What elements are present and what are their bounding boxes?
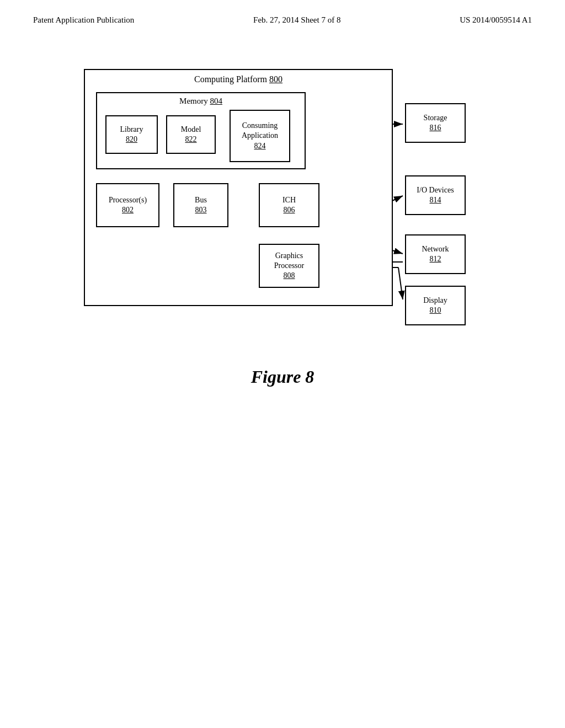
- memory-box: Memory 804 Library 820 Model 822 Consumi…: [96, 92, 306, 169]
- consuming-box: ConsumingApplication 824: [230, 110, 290, 162]
- platform-number: 800: [269, 74, 282, 84]
- consuming-number: 824: [254, 141, 266, 151]
- display-label: Display: [423, 296, 447, 306]
- network-number: 812: [430, 254, 441, 264]
- svg-line-14: [398, 267, 403, 299]
- network-box: Network 812: [405, 234, 466, 274]
- display-number: 810: [430, 306, 441, 315]
- diagram: Computing Platform 800 Memory 804 Librar…: [67, 69, 498, 334]
- bus-box: Bus 803: [173, 183, 228, 227]
- library-box: Library 820: [105, 115, 158, 154]
- header-left: Patent Application Publication: [33, 15, 134, 25]
- storage-label: Storage: [424, 113, 447, 123]
- page-header: Patent Application Publication Feb. 27, …: [0, 0, 565, 25]
- io-box: I/O Devices 814: [405, 175, 466, 215]
- model-number: 822: [185, 135, 197, 144]
- network-label: Network: [422, 244, 449, 254]
- memory-number: 804: [210, 97, 222, 105]
- io-number: 814: [430, 195, 441, 205]
- storage-box: Storage 816: [405, 103, 466, 143]
- io-label: I/O Devices: [417, 185, 454, 195]
- graphics-label: GraphicsProcessor: [274, 251, 304, 271]
- memory-title: Memory 804: [179, 97, 222, 106]
- ich-label: ICH: [282, 195, 296, 205]
- graphics-box: GraphicsProcessor 808: [259, 244, 319, 288]
- display-box: Display 810: [405, 286, 466, 325]
- graphics-number: 808: [284, 271, 295, 281]
- figure-area: Computing Platform 800 Memory 804 Librar…: [0, 69, 565, 387]
- library-label: Library: [120, 125, 143, 135]
- platform-box: Computing Platform 800 Memory 804 Librar…: [84, 69, 393, 306]
- library-number: 820: [126, 135, 137, 144]
- bus-number: 803: [195, 205, 207, 215]
- header-center: Feb. 27, 2014 Sheet 7 of 8: [253, 15, 340, 25]
- storage-number: 816: [430, 123, 441, 133]
- model-box: Model 822: [166, 115, 216, 154]
- platform-title: Computing Platform 800: [194, 74, 282, 84]
- ich-number: 806: [284, 205, 295, 215]
- ich-box: ICH 806: [259, 183, 319, 227]
- header-right: US 2014/0059514 A1: [460, 15, 532, 25]
- processor-label: Processor(s): [109, 195, 147, 205]
- consuming-label: ConsumingApplication: [242, 121, 278, 141]
- model-label: Model: [181, 125, 201, 135]
- processor-box: Processor(s) 802: [96, 183, 159, 227]
- processor-number: 802: [122, 205, 134, 215]
- bus-label: Bus: [195, 195, 207, 205]
- figure-caption: Figure 8: [251, 367, 315, 387]
